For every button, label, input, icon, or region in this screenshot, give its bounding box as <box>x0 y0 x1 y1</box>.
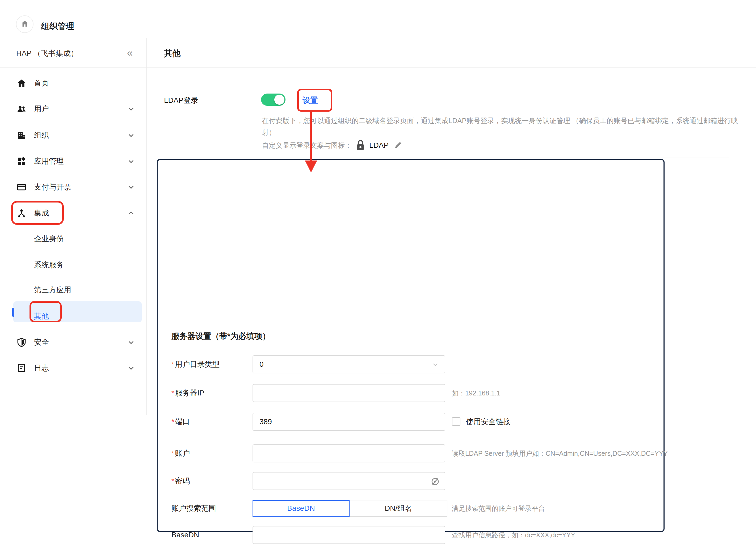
field-hint: 如：192.168.1.1 <box>452 384 500 402</box>
ldap-login-label: LDAP登录 <box>164 95 198 106</box>
chevron-down-icon <box>127 183 135 191</box>
custom-display-label: 自定义显示登录文案与图标： <box>262 141 352 150</box>
field-label: *端口 <box>171 413 190 431</box>
sidebar-item-label: 企业身份 <box>34 234 64 244</box>
sidebar-item-enterprise-identity[interactable]: 企业身份 <box>0 229 146 249</box>
sidebar-item-label: 应用管理 <box>34 156 64 166</box>
sidebar-item-label: 组织 <box>34 130 49 140</box>
field-hint: 满足搜索范围的账户可登录平台 <box>452 499 545 517</box>
basedn-input[interactable] <box>253 526 445 543</box>
required-asterisk: * <box>171 360 174 368</box>
users-icon <box>17 104 26 114</box>
password-input[interactable] <box>253 473 445 490</box>
sidebar-item-other[interactable]: 其他 <box>0 306 146 327</box>
form-row-account: *账户 读取LDAP Server 预填用户如：CN=Admin,CN=User… <box>171 444 653 462</box>
scope-option-dn-group[interactable]: DN/组名 <box>350 500 447 517</box>
field-label: *用户目录类型 <box>171 355 220 373</box>
form-row-port: *端口 使用安全链接 <box>171 413 653 431</box>
app-header: 组织管理 <box>0 0 756 38</box>
form-row-search-scope: 账户搜索范围 BaseDN DN/组名 满足搜索范围的账户可登录平台 <box>171 499 653 517</box>
annotation-arrow-line <box>310 112 312 162</box>
sidebar-item-home[interactable]: 首页 <box>0 73 146 94</box>
field-label: *服务器IP <box>171 384 204 402</box>
apps-icon <box>17 157 26 166</box>
field-label: 账户搜索范围 <box>171 499 216 517</box>
org-switcher[interactable]: HAP （飞书集成） <box>16 48 78 58</box>
scope-option-basedn[interactable]: BaseDN <box>253 500 350 517</box>
organization-management-page: 组织管理 HAP （飞书集成） « 首页 用户 组织 应用管理 <box>0 0 756 544</box>
sidebar-item-app-management[interactable]: 应用管理 <box>0 151 146 172</box>
annotation-box-other <box>30 301 62 322</box>
page-title: 组织管理 <box>41 21 74 32</box>
password-field[interactable] <box>253 472 445 490</box>
form-row-server-ip: *服务器IP 如：192.168.1.1 <box>171 384 653 402</box>
sidebar-item-label: 系统服务 <box>34 260 64 270</box>
sidebar-item-label: 用户 <box>34 104 49 114</box>
sidebar-item-third-party-apps[interactable]: 第三方应用 <box>0 280 146 300</box>
ldap-settings-panel: 服务器设置（带*为必填项） *用户目录类型 0 *服务器IP 如：192.168… <box>157 159 665 532</box>
credit-card-icon <box>17 182 26 192</box>
sidebar-collapse-icon[interactable]: « <box>127 47 132 59</box>
building-icon <box>17 130 26 140</box>
sidebar-item-organization[interactable]: 组织 <box>0 125 146 146</box>
content-title: 其他 <box>164 48 180 59</box>
sidebar-item-label: 第三方应用 <box>34 285 71 295</box>
log-icon <box>17 363 26 373</box>
basedn-field[interactable] <box>253 526 445 544</box>
required-asterisk: * <box>171 389 174 397</box>
sidebar-item-system-services[interactable]: 系统服务 <box>0 255 146 275</box>
annotation-box-settings <box>297 89 332 112</box>
account-input[interactable] <box>253 445 445 462</box>
shield-icon <box>17 338 26 347</box>
sidebar-item-label: 支付与开票 <box>34 182 71 192</box>
ldap-description: 在付费版下，您可以通过组织的二级域名登录页面，通过集成LDAP账号登录，实现统一… <box>262 115 743 138</box>
required-asterisk: * <box>171 449 174 457</box>
secure-link-label: 使用安全链接 <box>466 413 511 431</box>
form-row-password: *密码 <box>171 472 653 490</box>
field-label: *账户 <box>171 444 190 462</box>
required-asterisk: * <box>171 477 174 485</box>
sidebar-item-label: 安全 <box>34 337 49 347</box>
sidebar-item-users[interactable]: 用户 <box>0 99 146 119</box>
row-divider <box>164 158 729 158</box>
home-icon <box>21 20 29 29</box>
field-label: *密码 <box>171 472 190 490</box>
select-value: 0 <box>259 356 264 373</box>
form-row-basedn: BaseDN 查找用户信息路径，如：dc=XXX,dc=YYY <box>171 526 653 544</box>
server-ip-input[interactable] <box>253 385 445 402</box>
sidebar-item-security[interactable]: 安全 <box>0 332 146 353</box>
chevron-down-icon <box>127 364 135 372</box>
home-button[interactable] <box>16 15 33 33</box>
header-divider <box>0 38 756 38</box>
server-ip-field[interactable] <box>253 384 445 402</box>
chevron-up-icon <box>127 209 135 217</box>
annotation-box-integration <box>11 201 64 225</box>
chevron-down-icon <box>127 157 135 166</box>
port-field[interactable] <box>253 413 445 431</box>
chevron-down-icon <box>127 105 135 113</box>
lock-icon <box>355 140 366 151</box>
chevron-down-icon <box>127 131 135 140</box>
ldap-provider-name: LDAP <box>369 141 389 150</box>
sidebar-item-label: 首页 <box>34 78 49 88</box>
server-settings-title: 服务器设置（带*为必填项） <box>171 331 270 342</box>
home-icon <box>17 78 26 88</box>
account-field[interactable] <box>253 444 445 462</box>
ldap-login-toggle[interactable] <box>261 94 285 106</box>
required-asterisk: * <box>171 418 174 426</box>
port-input[interactable] <box>253 413 445 430</box>
directory-type-select[interactable]: 0 <box>253 355 445 373</box>
toggle-knob <box>274 95 284 105</box>
sidebar-item-payment[interactable]: 支付与开票 <box>0 177 146 197</box>
secure-link-checkbox[interactable] <box>452 417 460 426</box>
sidebar-divider <box>146 38 147 415</box>
form-row-directory-type: *用户目录类型 0 <box>171 355 653 373</box>
eye-off-icon[interactable] <box>430 477 440 486</box>
annotation-arrow-head <box>305 161 317 172</box>
ldap-custom-display-row: 自定义显示登录文案与图标： LDAP <box>262 140 402 151</box>
sidebar-item-label: 日志 <box>34 363 49 373</box>
chevron-down-icon <box>432 361 439 369</box>
field-hint: 查找用户信息路径，如：dc=XXX,dc=YYY <box>452 526 575 544</box>
sidebar-item-logs[interactable]: 日志 <box>0 358 146 378</box>
pencil-icon[interactable] <box>393 141 402 150</box>
